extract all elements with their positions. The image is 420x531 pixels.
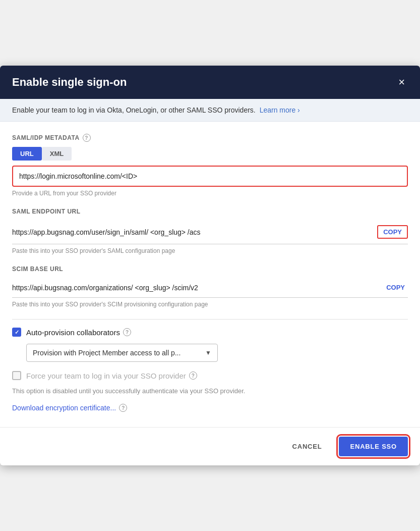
force-login-checkbox xyxy=(12,371,21,380)
saml-endpoint-hint: Paste this into your SSO provider's SAML… xyxy=(12,247,408,254)
auto-provision-checkbox[interactable]: ✓ xyxy=(12,328,21,337)
enable-sso-button[interactable]: ENABLE SSO xyxy=(339,437,408,456)
scim-base-value: https://api.bugsnag.com/organizations/ <… xyxy=(12,284,198,292)
url-input[interactable] xyxy=(19,172,401,180)
scim-copy-button[interactable]: COPY xyxy=(383,283,408,292)
tab-group: URL XML xyxy=(12,147,408,161)
force-login-hint: This option is disabled until you succes… xyxy=(12,387,408,395)
saml-metadata-label: SAML/IdP Metadata ? xyxy=(12,134,408,142)
download-certificate-link[interactable]: Download encryption certificate... ? xyxy=(12,404,408,412)
divider xyxy=(12,319,408,320)
saml-endpoint-section: SAML Endpoint URL https://app.bugsnag.co… xyxy=(12,208,408,254)
scim-base-hint: Paste this into your SSO provider's SCIM… xyxy=(12,301,408,308)
scim-base-section: SCIM Base URL https://api.bugsnag.com/or… xyxy=(12,266,408,308)
dialog-title: Enable single sign-on xyxy=(12,76,127,89)
close-button[interactable]: × xyxy=(395,76,408,89)
scim-base-field: https://api.bugsnag.com/organizations/ <… xyxy=(12,278,408,298)
saml-endpoint-label: SAML Endpoint URL xyxy=(12,208,408,215)
scim-base-label: SCIM Base URL xyxy=(12,266,408,273)
provision-dropdown[interactable]: Provision with Project Member access to … xyxy=(26,344,218,362)
saml-metadata-help-icon[interactable]: ? xyxy=(83,134,91,142)
dialog: Enable single sign-on × Enable your team… xyxy=(0,66,420,465)
checkmark-icon: ✓ xyxy=(15,329,19,336)
download-link-text: Download encryption certificate... xyxy=(12,404,116,412)
tab-xml[interactable]: XML xyxy=(42,147,72,161)
dialog-footer: CANCEL ENABLE SSO xyxy=(0,427,420,465)
url-hint: Provide a URL from your SSO provider xyxy=(12,190,408,197)
saml-endpoint-value: https://app.bugsnag.com/user/sign_in/sam… xyxy=(12,228,201,236)
dialog-header: Enable single sign-on × xyxy=(0,66,420,99)
download-help-icon[interactable]: ? xyxy=(119,404,127,412)
info-bar: Enable your team to log in via Okta, One… xyxy=(0,99,420,122)
url-input-wrapper xyxy=(12,166,408,187)
force-login-help-icon[interactable]: ? xyxy=(189,371,197,380)
auto-provision-label: Auto-provision collaborators ? xyxy=(26,328,131,337)
auto-provision-row: ✓ Auto-provision collaborators ? xyxy=(12,328,408,337)
saml-metadata-section: SAML/IdP Metadata ? URL XML Provide a UR… xyxy=(12,134,408,197)
info-text: Enable your team to log in via Okta, One… xyxy=(12,106,256,114)
tab-url[interactable]: URL xyxy=(12,147,42,161)
chevron-down-icon: ▼ xyxy=(205,349,211,356)
saml-endpoint-copy-button[interactable]: COPY xyxy=(377,225,408,239)
auto-provision-help-icon[interactable]: ? xyxy=(123,328,131,336)
provision-dropdown-value: Provision with Project Member access to … xyxy=(33,349,181,357)
learn-more-link[interactable]: Learn more › xyxy=(260,106,300,114)
force-login-row: Force your team to log in via your SSO p… xyxy=(12,371,408,380)
dialog-body: SAML/IdP Metadata ? URL XML Provide a UR… xyxy=(0,122,420,412)
force-login-label: Force your team to log in via your SSO p… xyxy=(26,371,197,380)
cancel-button[interactable]: CANCEL xyxy=(283,438,331,455)
saml-endpoint-field: https://app.bugsnag.com/user/sign_in/sam… xyxy=(12,220,408,244)
